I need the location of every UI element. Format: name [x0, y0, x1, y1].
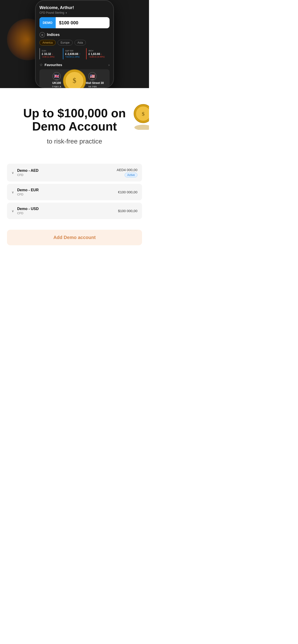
account-chevron-icon-aed: ∨: [12, 171, 14, 174]
down-arrow-icon: ↓: [52, 52, 53, 56]
welcome-text: Welcome, Arthur!: [40, 5, 110, 10]
star-icon: ☆: [40, 62, 43, 67]
account-type-eur: CFD: [17, 193, 39, 196]
indices-title: Indices: [47, 33, 60, 37]
region-tab-america[interactable]: America: [40, 40, 56, 46]
account-info-aed: Demo - AED CFD: [17, 168, 39, 177]
index-sp500-price: £ 2,639.66 ↑: [65, 52, 86, 56]
phone-section: Welcome, Arthur! CFD Pound Sterling ▾ DE…: [0, 0, 149, 88]
account-chevron-icon-eur: ∨: [12, 190, 14, 194]
account-name-usd: Demo - USD: [17, 207, 39, 211]
chevron-down-icon: ▾: [66, 12, 67, 14]
index-ibov-price: £ 1,63.66 ↓: [88, 52, 110, 56]
indices-row: DJIA £ 33.32 ↓ -3.06 (1.34%) S&P 500 £ 2…: [40, 48, 110, 59]
index-sp500-name: S&P 500: [65, 50, 86, 52]
index-djia-price: £ 33.32 ↓: [42, 52, 63, 56]
accounts-section: ∨ Demo - AED CFD AED4 000,00 Active ∨ De…: [0, 164, 149, 226]
account-balance-aed: AED4 000,00: [117, 168, 137, 172]
add-demo-section: Add Demo account: [0, 226, 149, 254]
favourites-title: Favourites: [45, 63, 62, 67]
balance-amount: $100 000: [56, 20, 82, 26]
svg-text:$: $: [73, 77, 76, 84]
account-left-eur: ∨ Demo - EUR CFD: [12, 188, 39, 196]
account-info-usd: Demo - USD CFD: [17, 207, 39, 215]
index-ibov: IBOV £ 1,63.66 ↓ −0,08.41 (0.99%): [86, 48, 110, 59]
index-sp500-change: +44,59 (1.19%): [65, 56, 86, 58]
index-djia-name: DJIA: [42, 50, 63, 52]
region-tab-europe[interactable]: Europe: [58, 40, 73, 46]
account-selector[interactable]: CFD Pound Sterling ▾: [40, 11, 110, 14]
account-right-usd: $100 000,00: [118, 209, 137, 213]
account-type-aed: CFD: [17, 173, 39, 177]
hero-title: Up to $100,000 on Demo Account: [7, 107, 142, 133]
account-item-aed[interactable]: ∨ Demo - AED CFD AED4 000,00 Active: [7, 164, 142, 182]
index-djia-change: -3.06 (1.34%): [42, 56, 63, 58]
account-left-aed: ∨ Demo - AED CFD: [12, 168, 39, 177]
demo-balance-bar: DEMO $100 000: [40, 17, 110, 28]
add-demo-button[interactable]: Add Demo account: [7, 230, 142, 245]
hero-subtitle: to risk-free practice: [7, 138, 142, 145]
favourites-row: ☆ Favourites ›: [40, 62, 110, 67]
account-info-eur: Demo - EUR CFD: [17, 188, 39, 196]
account-name-eur: Demo - EUR: [17, 188, 39, 192]
region-tab-asia[interactable]: Asia: [75, 40, 86, 46]
account-selector-text: CFD Pound Sterling: [40, 11, 64, 14]
indices-section-header: ⊞ Indices: [40, 32, 110, 38]
account-balance-eur: €100 000,00: [118, 190, 137, 194]
favourites-chevron-icon[interactable]: ›: [108, 63, 110, 67]
up-arrow-icon: ↑: [79, 52, 80, 56]
account-balance-usd: $100 000,00: [118, 209, 137, 213]
fav-price-uk100: 7,561.6: [52, 86, 61, 88]
coin-top-decoration: $: [62, 68, 87, 88]
fav-flag-uk: 🇬🇧 UK100: [53, 72, 61, 80]
demo-badge: DEMO: [40, 17, 56, 28]
indices-icon: ⊞: [40, 32, 45, 38]
fav-name-uk100: UK100: [52, 81, 61, 84]
active-badge-aed: Active: [125, 173, 137, 177]
region-tabs: America Europe Asia: [40, 40, 110, 46]
account-name-aed: Demo - AED: [17, 168, 39, 173]
hero-section: $ Up to $100,000 on Demo Account to risk…: [0, 88, 149, 164]
fav-flag-us: 🇺🇸 US30: [88, 72, 97, 80]
account-type-usd: CFD: [17, 212, 39, 215]
index-sp500: S&P 500 £ 2,639.66 ↑ +44,59 (1.19%): [63, 48, 86, 59]
index-ibov-change: −0,08.41 (0.99%): [88, 56, 110, 58]
account-item-usd[interactable]: ∨ Demo - USD CFD $100 000,00: [7, 202, 142, 219]
account-chevron-icon-usd: ∨: [12, 209, 14, 213]
account-left-usd: ∨ Demo - USD CFD: [12, 207, 39, 215]
index-djia: DJIA £ 33.32 ↓ -3.06 (1.34%): [40, 48, 63, 59]
svg-text:$: $: [142, 111, 145, 117]
down-arrow-icon-2: ↓: [101, 52, 102, 56]
account-right-aed: AED4 000,00 Active: [117, 168, 137, 177]
fav-price-us30: 33,230: [88, 86, 97, 88]
account-right-eur: €100 000,00: [118, 190, 137, 194]
index-ibov-name: IBOV: [88, 50, 110, 52]
account-item-eur[interactable]: ∨ Demo - EUR CFD €100 000,00: [7, 184, 142, 200]
